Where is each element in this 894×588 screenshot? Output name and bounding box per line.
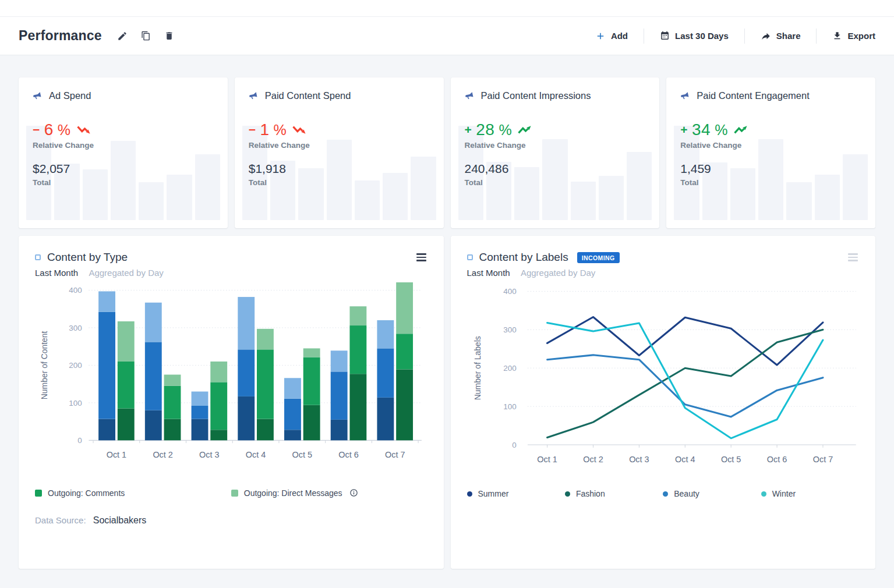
svg-text:Oct 7: Oct 7 <box>812 455 832 464</box>
legend-item-outgoing-direct-messages[interactable]: Outgoing: Direct Messages <box>231 488 427 498</box>
kpi-title: Paid Content Spend <box>265 90 351 101</box>
kpi-total: $1,918 <box>249 162 430 176</box>
svg-text:200: 200 <box>69 361 82 370</box>
plus-icon <box>595 31 606 41</box>
svg-text:400: 400 <box>503 287 516 296</box>
legend-dot <box>467 491 472 497</box>
svg-text:Oct 3: Oct 3 <box>629 455 649 464</box>
svg-text:Oct 7: Oct 7 <box>385 450 405 459</box>
top-strip <box>0 0 894 17</box>
legend-item-summer[interactable]: Summer <box>467 489 565 498</box>
kpi-change-label: Relative Change <box>33 141 214 150</box>
date-range-button[interactable]: Last 30 Days <box>644 31 744 41</box>
export-button[interactable]: Export <box>817 31 875 41</box>
svg-text:300: 300 <box>503 325 516 334</box>
svg-text:Number of Content: Number of Content <box>40 331 49 399</box>
svg-text:Oct 5: Oct 5 <box>720 455 740 464</box>
kpi-card-paid-content-impressions[interactable]: Paid Content Impressions +28% Relative C… <box>451 77 660 228</box>
kpi-card-ad-spend[interactable]: Ad Spend −6% Relative Change $2,057 Tota… <box>19 77 228 228</box>
content-by-labels-card: Content by Labels INCOMING Last Month Ag… <box>451 236 876 569</box>
download-icon <box>832 31 842 41</box>
kpi-card-paid-content-engagement[interactable]: Paid Content Engagement +34% Relative Ch… <box>666 77 875 228</box>
share-label: Share <box>776 31 801 41</box>
date-range-label: Last 30 Days <box>675 31 729 41</box>
kpi-change: +34% <box>680 121 861 139</box>
kpi-total: 1,459 <box>680 162 861 176</box>
dashboard-content: Ad Spend −6% Relative Change $2,057 Tota… <box>0 55 894 569</box>
svg-text:Oct 2: Oct 2 <box>583 455 603 464</box>
delete-icon[interactable] <box>164 31 174 41</box>
kpi-title: Paid Content Impressions <box>481 90 591 101</box>
megaphone-icon <box>680 91 690 101</box>
svg-text:200: 200 <box>503 364 516 373</box>
chart-period: Last Month <box>35 268 78 278</box>
svg-text:100: 100 <box>69 399 82 408</box>
data-source-value: Socialbakers <box>93 515 147 525</box>
chart-legend: Summer Fashion Beauty Winter <box>467 489 860 498</box>
svg-text:Oct 3: Oct 3 <box>199 450 219 459</box>
svg-text:Oct 1: Oct 1 <box>537 455 557 464</box>
chart-period: Last Month <box>467 268 510 278</box>
kpi-change: −6% <box>33 121 214 139</box>
kpi-total-label: Total <box>465 178 646 187</box>
stacked-bar-chart: 0100200300400Oct 1Oct 2Oct 3Oct 4Oct 5Oc… <box>35 282 427 467</box>
svg-text:Oct 4: Oct 4 <box>246 450 266 459</box>
kpi-total-label: Total <box>33 178 214 187</box>
kpi-change-label: Relative Change <box>465 141 646 150</box>
svg-text:Oct 6: Oct 6 <box>338 450 358 459</box>
legend-dot <box>761 491 766 497</box>
legend-dot <box>565 491 570 497</box>
chart-aggregation: Aggregated by Day <box>89 268 163 278</box>
legend-swatch <box>231 490 238 497</box>
info-icon[interactable] <box>349 488 358 497</box>
kpi-change-label: Relative Change <box>680 141 861 150</box>
svg-text:Oct 2: Oct 2 <box>153 450 172 459</box>
svg-text:400: 400 <box>69 286 82 295</box>
legend-item-outgoing-comments[interactable]: Outgoing: Comments <box>35 488 231 498</box>
charts-row: Content by Type Last Month Aggregated by… <box>19 236 875 569</box>
legend-item-fashion[interactable]: Fashion <box>565 489 663 498</box>
svg-text:Oct 4: Oct 4 <box>675 455 695 464</box>
trend-down-icon <box>77 124 93 136</box>
line-chart: 0100200300400Oct 1Oct 2Oct 3Oct 4Oct 5Oc… <box>467 282 860 473</box>
kpi-title: Paid Content Engagement <box>697 90 810 101</box>
add-button[interactable]: Add <box>579 31 644 41</box>
trend-down-icon <box>292 124 308 136</box>
data-source-label: Data Source: <box>35 515 86 525</box>
widget-select-icon[interactable] <box>467 254 473 260</box>
add-label: Add <box>611 31 628 41</box>
chart-legend: Outgoing: Comments Outgoing: Direct Mess… <box>35 488 427 498</box>
kpi-row: Ad Spend −6% Relative Change $2,057 Tota… <box>19 77 875 228</box>
legend-item-winter[interactable]: Winter <box>761 489 859 498</box>
kpi-change-label: Relative Change <box>249 141 430 150</box>
content-by-type-card: Content by Type Last Month Aggregated by… <box>19 236 444 569</box>
data-source: Data Source: Socialbakers <box>35 515 427 526</box>
kpi-total: 240,486 <box>465 162 646 176</box>
widget-select-icon[interactable] <box>35 254 41 260</box>
svg-text:100: 100 <box>503 402 516 411</box>
menu-icon[interactable] <box>847 251 859 264</box>
chart-title: Content by Type <box>47 251 128 264</box>
trend-up-icon <box>518 124 533 136</box>
megaphone-icon <box>465 91 474 101</box>
svg-text:Oct 6: Oct 6 <box>766 455 786 464</box>
kpi-change: +28% <box>465 121 646 139</box>
kpi-change: −1% <box>249 121 430 139</box>
kpi-card-paid-content-spend[interactable]: Paid Content Spend −1% Relative Change $… <box>235 77 444 228</box>
edit-icon[interactable] <box>117 31 128 41</box>
menu-icon[interactable] <box>415 251 427 264</box>
svg-text:Oct 1: Oct 1 <box>107 450 126 459</box>
megaphone-icon <box>33 91 42 101</box>
trend-up-icon <box>734 124 750 136</box>
duplicate-icon[interactable] <box>141 31 151 41</box>
title-area: Performance <box>19 28 174 44</box>
legend-item-beauty[interactable]: Beauty <box>663 489 761 498</box>
header: Performance Add Last 30 Days <box>0 17 894 55</box>
kpi-total-label: Total <box>680 178 861 187</box>
incoming-badge: INCOMING <box>577 252 620 263</box>
share-button[interactable]: Share <box>745 31 817 41</box>
kpi-total: $2,057 <box>33 162 214 176</box>
chart-title: Content by Labels <box>479 251 568 264</box>
kpi-total-label: Total <box>249 178 430 187</box>
share-icon <box>761 31 771 41</box>
